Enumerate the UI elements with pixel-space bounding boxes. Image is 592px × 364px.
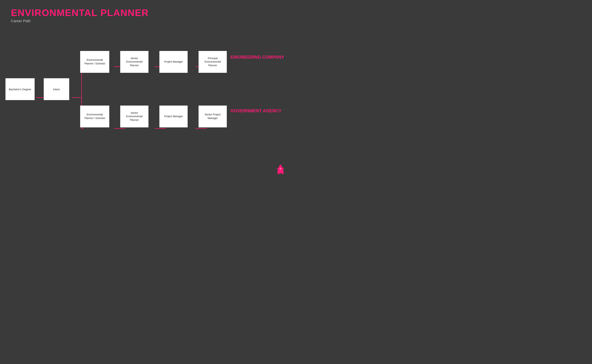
diagram-area: Bachelor's Degree Intern EnvironmentalPl… [0,26,296,182]
box-senior-env-top: SeniorEnvironmentalPlanner [120,51,148,73]
svg-text:G: G [280,168,281,170]
engineering-company-label: ENGINEERING COMPANY [230,55,284,60]
government-agency-label: GOVERNMENT AGENCY [230,108,281,114]
connector-lines [0,26,296,182]
box-project-mgr-bot: Project Manager [160,105,188,127]
page-subtitle: Career Path [11,19,149,23]
box-intern: Intern [44,78,69,100]
logo-icon: G [274,164,287,176]
svg-rect-14 [281,170,282,173]
page-title: ENVIRONMENTAL PLANNER [11,7,149,18]
svg-rect-13 [279,170,280,173]
box-bachelors: Bachelor's Degree [6,78,35,100]
svg-point-12 [279,165,282,167]
header: ENVIRONMENTAL PLANNER Career Path [11,7,149,23]
box-senior-env-bot: SeniorEnvironmentalPlanner [120,105,148,127]
box-senior-proj-mgr: Senior ProjectManager [199,105,227,127]
box-env-planner-bot: EnvironmentalPlanner / Scientist [80,105,109,127]
box-env-planner-top: EnvironmentalPlanner / Scientist [80,51,109,73]
box-project-mgr-top: Project Manager [160,51,188,73]
superhero-logo: G [274,164,287,176]
box-principal-env: PrincipalEnvironmentalPlanner [199,51,227,73]
